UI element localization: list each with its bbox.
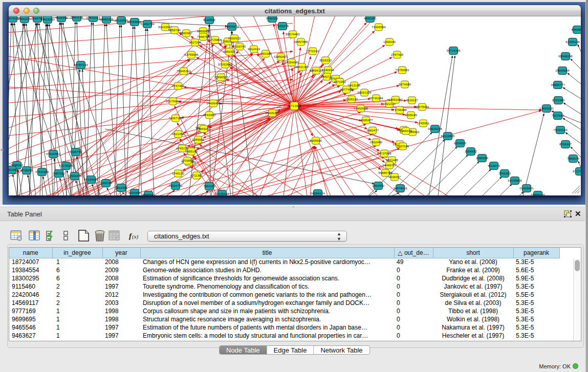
svg-text:2260256: 2260256 [476, 156, 489, 160]
svg-text:6204505: 6204505 [454, 141, 467, 145]
svg-text:55886753: 55886753 [378, 171, 393, 174]
svg-text:0564139: 0564139 [71, 16, 83, 19]
svg-text:4966319: 4966319 [223, 50, 236, 53]
svg-text:79740344: 79740344 [369, 96, 383, 100]
svg-text:65787133: 65787133 [74, 63, 88, 67]
svg-text:3709859: 3709859 [181, 159, 194, 162]
svg-text:8677496: 8677496 [340, 87, 353, 91]
svg-text:71746488: 71746488 [393, 108, 407, 112]
svg-text:15451680: 15451680 [388, 98, 403, 101]
svg-text:5009788: 5009788 [100, 181, 113, 185]
svg-text:67010651: 67010651 [46, 152, 60, 156]
svg-text:53419283: 53419283 [40, 17, 55, 21]
svg-text:01429401: 01429401 [519, 186, 534, 190]
svg-text:71756551: 71756551 [395, 68, 409, 72]
svg-text:7187026: 7187026 [397, 144, 409, 148]
svg-text:7770143: 7770143 [307, 49, 319, 53]
svg-text:27354549: 27354549 [285, 60, 299, 64]
svg-text:57262849: 57262849 [218, 62, 232, 66]
svg-text:76945314: 76945314 [177, 69, 191, 73]
svg-text:13433200: 13433200 [539, 106, 554, 110]
svg-text:4216073: 4216073 [488, 164, 500, 167]
svg-text:75869261: 75869261 [197, 127, 211, 130]
svg-text:69784801: 69784801 [127, 20, 142, 24]
svg-text:6658760: 6658760 [168, 28, 181, 32]
svg-text:4005045: 4005045 [405, 113, 418, 117]
svg-text:1969379: 1969379 [400, 129, 412, 133]
svg-text:80831367: 80831367 [295, 65, 309, 69]
svg-text:6998543: 6998543 [142, 193, 155, 195]
svg-text:5466889: 5466889 [197, 29, 210, 33]
svg-text:37631165: 37631165 [35, 170, 49, 173]
svg-text:51850671: 51850671 [274, 55, 288, 58]
svg-text:87277434: 87277434 [573, 169, 581, 173]
svg-text:7648350: 7648350 [55, 16, 68, 19]
svg-text:85574443: 85574443 [286, 32, 300, 36]
svg-text:3387262: 3387262 [53, 171, 66, 175]
svg-text:1671902: 1671902 [334, 80, 346, 83]
svg-text:4060883: 4060883 [571, 28, 581, 31]
svg-text:0932480: 0932480 [370, 140, 383, 144]
svg-text:3518233: 3518233 [319, 58, 332, 62]
svg-text:7917693: 7917693 [552, 114, 564, 117]
svg-text:37672423: 37672423 [86, 16, 100, 19]
svg-text:54145868: 54145868 [508, 179, 522, 182]
svg-text:4738299: 4738299 [20, 168, 33, 172]
svg-text:34624751: 34624751 [168, 184, 183, 187]
svg-text:67737826: 67737826 [377, 151, 391, 155]
svg-text:1746120: 1746120 [172, 171, 185, 175]
svg-text:02606474: 02606474 [68, 174, 82, 178]
svg-text:3158692: 3158692 [465, 149, 477, 153]
svg-text:96965328: 96965328 [99, 17, 114, 21]
svg-text:29946804: 29946804 [555, 69, 570, 72]
svg-text:7991183: 7991183 [203, 184, 215, 188]
svg-text:5430391: 5430391 [266, 16, 279, 20]
svg-text:96405377: 96405377 [265, 111, 279, 115]
svg-text:3747407: 3747407 [172, 84, 185, 87]
svg-text:1326773: 1326773 [70, 150, 82, 154]
svg-text:80112805: 80112805 [441, 134, 455, 138]
svg-text:5240824: 5240824 [322, 68, 335, 72]
svg-text:60385977: 60385977 [359, 118, 373, 122]
svg-text:5158506: 5158506 [310, 139, 322, 142]
svg-text:0330923: 0330923 [228, 36, 241, 40]
svg-text:2787429: 2787429 [391, 53, 404, 56]
svg-text:34957885: 34957885 [294, 40, 308, 43]
svg-text:71906594: 71906594 [372, 25, 386, 29]
svg-text:1491905: 1491905 [259, 52, 272, 55]
svg-text:25135427: 25135427 [215, 192, 229, 195]
svg-text:1824493: 1824493 [372, 184, 385, 187]
svg-text:86578091: 86578091 [415, 105, 429, 108]
svg-text:6690967: 6690967 [180, 31, 193, 35]
svg-text:04499727: 04499727 [382, 163, 397, 167]
svg-text:4316117: 4316117 [406, 98, 418, 102]
svg-text:94406409: 94406409 [206, 101, 221, 105]
svg-text:1745961: 1745961 [417, 121, 430, 125]
svg-text:8148932: 8148932 [203, 18, 216, 21]
svg-text:5674680: 5674680 [399, 82, 411, 86]
svg-text:82175946: 82175946 [166, 99, 180, 103]
svg-text:6193990: 6193990 [128, 191, 141, 194]
svg-text:9912419: 9912419 [248, 47, 260, 51]
svg-text:31713900: 31713900 [287, 104, 301, 107]
svg-text:55698169: 55698169 [531, 193, 545, 195]
svg-text:65648236: 65648236 [558, 54, 573, 58]
svg-text:9743953: 9743953 [203, 113, 216, 117]
svg-text:76320163: 76320163 [553, 128, 568, 132]
svg-text:8721489: 8721489 [552, 98, 565, 102]
svg-text:98084124: 98084124 [311, 191, 325, 195]
svg-text:1399049: 1399049 [383, 40, 396, 43]
svg-text:13493618: 13493618 [354, 106, 368, 110]
svg-text:7193745: 7193745 [233, 45, 246, 48]
svg-text:74367136: 74367136 [168, 116, 183, 120]
svg-text:7889579: 7889579 [567, 157, 580, 160]
svg-text:53755646: 53755646 [184, 53, 199, 56]
svg-text:28809570: 28809570 [225, 25, 239, 28]
svg-text:61595148: 61595148 [565, 40, 580, 43]
svg-text:3482477: 3482477 [366, 128, 379, 132]
svg-text:34714345: 34714345 [446, 49, 461, 52]
svg-text:10122691: 10122691 [114, 18, 128, 22]
svg-text:95931034: 95931034 [17, 17, 32, 20]
svg-text:99091334: 99091334 [357, 91, 372, 94]
svg-text:00524278: 00524278 [428, 127, 442, 130]
